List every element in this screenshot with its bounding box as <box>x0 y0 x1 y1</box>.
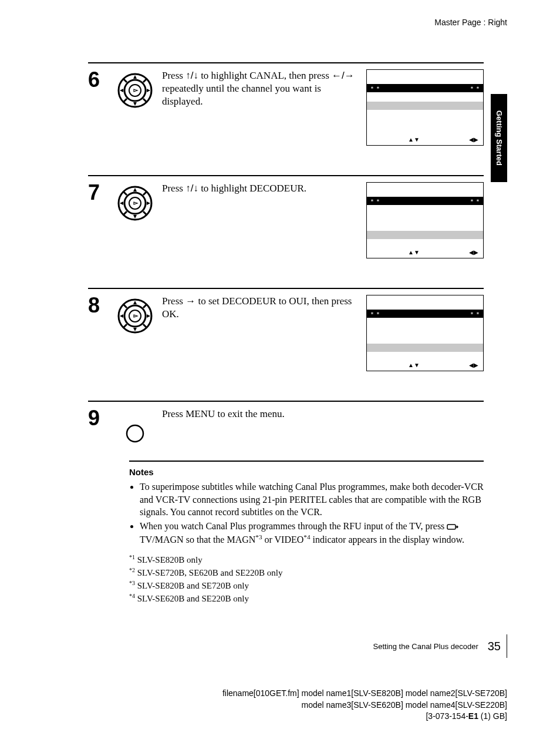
dial-icon <box>112 182 158 276</box>
master-page-label: Master Page : Right <box>53 18 507 27</box>
step-instruction: Press MENU to exit the menu. <box>158 408 366 449</box>
up-down-arrow-icon: ↑/↓ <box>185 183 198 194</box>
footer-section-title: Setting the Canal Plus decoder <box>373 642 483 651</box>
svg-rect-37 <box>447 525 456 529</box>
step-number: 8 <box>88 295 112 389</box>
notes-section: Notes To superimpose subtitles while wat… <box>129 461 484 605</box>
input-select-icon <box>447 523 458 531</box>
footnote: *2 SLV-SE720B, SE620B and SE220B only <box>129 566 484 579</box>
step-9: 9 Press MENU to exit the menu. <box>88 401 484 461</box>
nav-leftright-icon: ◀▶ <box>469 136 478 143</box>
star-marker: ＊＊ <box>369 310 381 318</box>
footnote: *3 SLV-SE820B and SE720B only <box>129 579 484 592</box>
nav-leftright-icon: ◀▶ <box>469 362 478 368</box>
nav-leftright-icon: ◀▶ <box>469 249 478 256</box>
step-6: 6 Press ↑/↓ to highli <box>88 62 484 175</box>
document-metadata: filename[010GET.fm] model name1[SLV-SE82… <box>222 688 507 723</box>
step-number: 6 <box>88 69 112 163</box>
step-number: 7 <box>88 182 112 276</box>
star-marker: ＊＊ <box>469 85 481 93</box>
svg-point-26 <box>129 310 141 322</box>
step-7: 7 Press ↑/↓ to highli <box>88 175 484 288</box>
note-item: To superimpose subtitles while watching … <box>140 480 484 519</box>
page-footer: Setting the Canal Plus decoder 35 <box>373 634 507 658</box>
up-down-arrow-icon: ↑/↓ <box>185 70 198 81</box>
left-right-arrow-icon: ←/→ <box>332 70 355 81</box>
step-instruction: Press ↑/↓ to highlight CANAL, then press… <box>158 69 366 163</box>
nav-updown-icon: ▲▼ <box>408 136 420 143</box>
step-number: 9 <box>88 408 112 449</box>
osd-screen: ＊＊ ＊＊ ▲▼ ◀▶ <box>366 295 484 371</box>
right-arrow-icon: → <box>185 295 195 307</box>
note-item: When you watch Canal Plus programmes thr… <box>140 520 484 546</box>
svg-point-14 <box>129 197 141 209</box>
star-marker: ＊＊ <box>469 310 481 318</box>
step-instruction: Press → to set DECODEUR to OUI, then pre… <box>158 295 366 389</box>
nav-updown-icon: ▲▼ <box>408 362 420 368</box>
star-marker: ＊＊ <box>369 197 381 206</box>
step-8: 8 Press → to set DECO <box>88 288 484 401</box>
dial-icon <box>112 295 158 389</box>
footnote: *4 SLV-SE620B and SE220B only <box>129 592 484 605</box>
star-marker: ＊＊ <box>369 85 381 93</box>
osd-screen: ＊＊ ＊＊ ▲▼ ◀▶ <box>366 69 484 146</box>
side-tab-getting-started: Getting Started <box>491 94 507 182</box>
star-marker: ＊＊ <box>469 197 481 206</box>
page-number: 35 <box>483 640 501 653</box>
dial-icon <box>112 69 158 163</box>
osd-screen: ＊＊ ＊＊ ▲▼ ◀▶ <box>366 182 484 258</box>
svg-point-2 <box>129 85 141 96</box>
nav-updown-icon: ▲▼ <box>408 249 420 256</box>
footnote: *1 SLV-SE820B only <box>129 553 484 566</box>
step-instruction: Press ↑/↓ to highlight DECODEUR. <box>158 182 366 276</box>
notes-heading: Notes <box>129 466 484 478</box>
svg-point-36 <box>127 425 143 442</box>
menu-button-icon <box>112 408 158 449</box>
